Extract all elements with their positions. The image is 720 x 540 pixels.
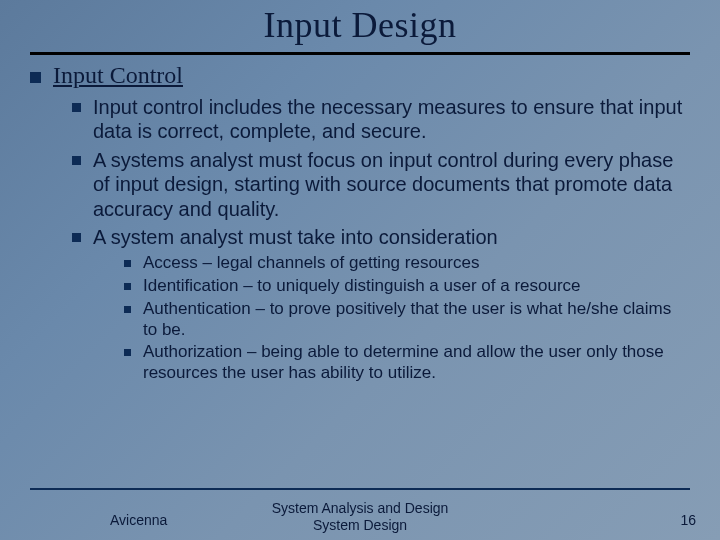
bullet-square-icon xyxy=(72,156,81,165)
content-area: Input Control Input control includes the… xyxy=(30,62,690,386)
bullet-item: A system analyst must take into consider… xyxy=(72,225,690,249)
bullet-text: A systems analyst must focus on input co… xyxy=(93,148,690,221)
sub-bullet-text: Access – legal channels of getting resou… xyxy=(143,253,690,274)
sub-bullet-item: Authentication – to prove positively tha… xyxy=(124,299,690,340)
sub-bullet-text: Authorization – being able to determine … xyxy=(143,342,690,383)
bullet-square-icon xyxy=(30,72,41,83)
footer-center-line1: System Analysis and Design xyxy=(272,500,449,516)
bullet-square-icon xyxy=(72,103,81,112)
bullet-square-icon xyxy=(124,260,131,267)
footer-rule xyxy=(30,488,690,490)
section-heading-text: Input Control xyxy=(53,62,690,89)
sub-bullet-item: Access – legal channels of getting resou… xyxy=(124,253,690,274)
footer-center: System Analysis and Design System Design xyxy=(0,500,720,534)
page-number: 16 xyxy=(680,512,696,528)
bullet-text: Input control includes the necessary mea… xyxy=(93,95,690,144)
slide-title: Input Design xyxy=(0,4,720,46)
bullet-square-icon xyxy=(124,306,131,313)
sub-bullet-text: Authentication – to prove positively tha… xyxy=(143,299,690,340)
bullet-square-icon xyxy=(124,349,131,356)
footer-center-line2: System Design xyxy=(313,517,407,533)
section-heading: Input Control xyxy=(30,62,690,89)
title-rule xyxy=(30,52,690,55)
bullet-item: A systems analyst must focus on input co… xyxy=(72,148,690,221)
sub-bullet-text: Identification – to uniquely distinguish… xyxy=(143,276,690,297)
bullet-text: A system analyst must take into consider… xyxy=(93,225,690,249)
bullet-square-icon xyxy=(72,233,81,242)
sub-bullet-item: Identification – to uniquely distinguish… xyxy=(124,276,690,297)
bullet-item: Input control includes the necessary mea… xyxy=(72,95,690,144)
footer: Avicenna System Analysis and Design Syst… xyxy=(0,494,720,540)
bullet-square-icon xyxy=(124,283,131,290)
slide: Input Design Input Control Input control… xyxy=(0,0,720,540)
sub-bullet-item: Authorization – being able to determine … xyxy=(124,342,690,383)
